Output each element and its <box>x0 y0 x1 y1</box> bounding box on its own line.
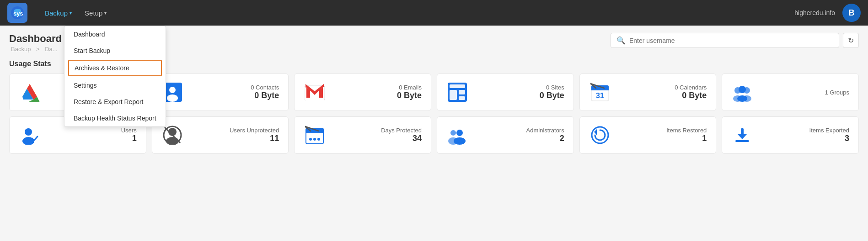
dropdown-settings[interactable]: Settings <box>64 77 166 94</box>
stat-text-emails: 0 Emails 0 Byte <box>332 84 422 100</box>
svg-point-8 <box>167 94 178 102</box>
stat-text-contacts: 0 Contacts 0 Byte <box>190 84 279 100</box>
svg-point-45 <box>592 127 608 143</box>
user-check-icon <box>19 124 41 146</box>
admin-icon <box>446 124 468 146</box>
breadcrumb: Backup > Da... <box>9 46 62 52</box>
users-label: Users <box>47 127 137 134</box>
main-header: sys Backup ▾ Setup ▾ higheredu.info B Da… <box>0 0 868 26</box>
svg-point-44 <box>454 137 466 145</box>
user-slash-icon <box>161 124 183 146</box>
nav-backup[interactable]: Backup ▾ <box>39 5 77 21</box>
backup-dropdown: Dashboard Start Backup Archives & Restor… <box>64 26 166 127</box>
stat-text-administrators: Administrators 2 <box>475 127 564 143</box>
stat-card-sites: 0 Sites 0 Byte <box>437 73 574 111</box>
search-icon: 🔍 <box>616 36 626 45</box>
svg-rect-47 <box>735 140 749 142</box>
svg-rect-14 <box>459 96 465 100</box>
search-input[interactable] <box>629 37 833 44</box>
dropdown-dashboard[interactable]: Dashboard <box>64 26 166 42</box>
stat-card-groups: 1 Groups <box>722 73 859 111</box>
stat-text-days-protected: Days Protected 34 <box>332 127 422 143</box>
gmail-icon <box>304 81 326 103</box>
logo[interactable]: sys <box>7 3 30 23</box>
calendar-days-icon <box>304 124 326 146</box>
stat-text-calendars: 0 Calendars 0 Byte <box>617 84 707 100</box>
google-drive-icon <box>19 81 41 103</box>
users-value: 1 <box>47 134 137 143</box>
dropdown-backup-health[interactable]: Backup Health Status Report <box>64 110 166 126</box>
emails-value: 0 Byte <box>332 91 422 100</box>
header-right: higheredu.info B <box>794 4 861 22</box>
svg-marker-49 <box>737 134 747 139</box>
items-restored-value: 1 <box>617 134 707 143</box>
page-title: Dashboard <box>9 33 62 45</box>
items-restored-label: Items Restored <box>617 127 707 134</box>
svg-point-7 <box>169 87 176 93</box>
restore-icon <box>589 124 611 146</box>
sites-label: 0 Sites <box>475 84 564 91</box>
stat-text-users-unprotected: Users Unprotected 11 <box>190 127 279 143</box>
breadcrumb-current: Da... <box>45 46 57 52</box>
svg-rect-11 <box>450 84 465 88</box>
refresh-button[interactable]: ↻ <box>843 33 859 48</box>
sites-icon <box>446 81 468 103</box>
stat-text-sites: 0 Sites 0 Byte <box>475 84 564 100</box>
calendar-icon: 31 <box>589 81 611 103</box>
backup-arrow-icon: ▾ <box>70 10 72 16</box>
svg-rect-17 <box>591 89 609 90</box>
svg-text:sys: sys <box>13 10 23 17</box>
svg-point-40 <box>317 138 320 141</box>
emails-label: 0 Emails <box>332 84 422 91</box>
items-exported-label: Items Exported <box>760 127 849 134</box>
stat-card-items-restored: Items Restored 1 <box>579 116 717 154</box>
breadcrumb-sep: > <box>36 46 40 52</box>
nav-setup[interactable]: Setup ▾ <box>79 5 112 21</box>
svg-rect-12 <box>450 90 457 100</box>
search-box: 🔍 <box>611 33 839 48</box>
svg-point-23 <box>739 86 746 93</box>
svg-rect-35 <box>306 132 323 133</box>
user-avatar[interactable]: B <box>842 4 861 22</box>
contacts-value: 0 Byte <box>190 91 279 100</box>
stat-text-items-exported: Items Exported 3 <box>760 127 849 143</box>
search-row: 🔍 ↻ <box>611 33 859 48</box>
domain-name: higheredu.info <box>794 9 835 16</box>
logo-icon: sys <box>7 3 27 23</box>
sites-value: 0 Byte <box>475 91 564 100</box>
svg-point-38 <box>309 138 312 141</box>
calendars-label: 0 Calendars <box>617 84 707 91</box>
svg-rect-13 <box>459 90 465 94</box>
stat-text-items-restored: Items Restored 1 <box>617 127 707 143</box>
setup-arrow-icon: ▾ <box>104 10 107 16</box>
dropdown-restore-export[interactable]: Restore & Export Report <box>64 94 166 110</box>
stat-card-administrators: Administrators 2 <box>437 116 574 154</box>
svg-point-27 <box>25 128 32 136</box>
stat-card-days-protected: Days Protected 34 <box>294 116 431 154</box>
stat-text-users: Users 1 <box>47 127 137 143</box>
days-protected-label: Days Protected <box>332 127 422 134</box>
groups-label: 1 Groups <box>760 89 849 96</box>
stat-card-calendars: 31 0 Calendars 0 Byte <box>579 73 717 111</box>
stat-card-items-exported: Items Exported 3 <box>722 116 859 154</box>
items-exported-value: 3 <box>760 134 849 143</box>
svg-point-41 <box>450 130 456 136</box>
dropdown-start-backup[interactable]: Start Backup <box>64 42 166 59</box>
days-protected-value: 34 <box>332 134 422 143</box>
download-icon <box>731 124 753 146</box>
stat-card-users-unprotected: Users Unprotected 11 <box>152 116 289 154</box>
nav-menu: Backup ▾ Setup ▾ <box>39 5 112 21</box>
users-unprotected-value: 11 <box>190 134 279 143</box>
users-unprotected-label: Users Unprotected <box>190 127 279 134</box>
svg-point-26 <box>737 95 747 102</box>
groups-icon <box>731 81 753 103</box>
stat-text-groups: 1 Groups <box>760 89 849 96</box>
contacts-label: 0 Contacts <box>190 84 279 91</box>
dropdown-archives-restore[interactable]: Archives & Restore <box>68 60 162 76</box>
administrators-value: 2 <box>475 134 564 143</box>
svg-point-39 <box>313 138 316 141</box>
svg-marker-46 <box>594 129 597 135</box>
stat-card-contacts: 0 Contacts 0 Byte <box>152 73 289 111</box>
stat-card-emails: 0 Emails 0 Byte <box>294 73 431 111</box>
calendars-value: 0 Byte <box>617 91 707 100</box>
